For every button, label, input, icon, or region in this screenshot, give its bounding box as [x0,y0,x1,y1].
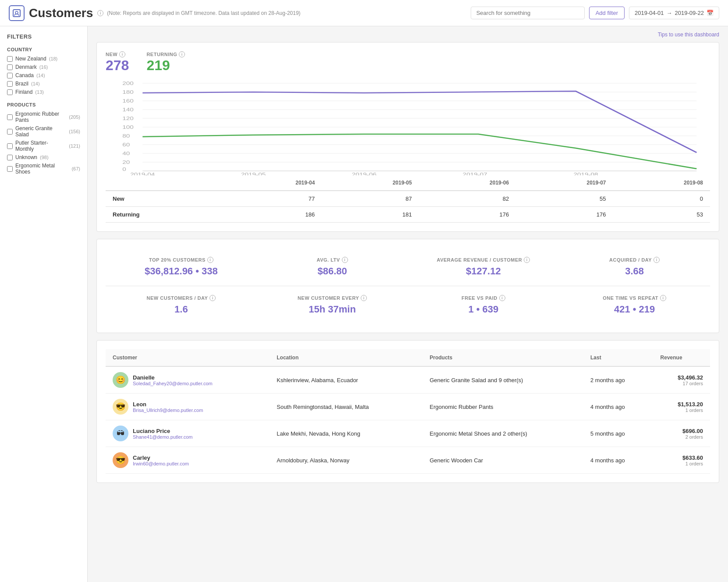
col-header-apr: 2019-04 [225,175,322,191]
info-icon[interactable]: i [97,10,103,16]
stats-card: TOP 20% CUSTOMERS i $36,812.96 • 338 AVG… [96,239,719,333]
country-filter-item[interactable]: New Zealand (18) [7,56,80,62]
stat-value: 3.68 [559,266,710,277]
customer-products: Ergonomic Rubber Pants [423,394,583,420]
add-filter-button[interactable]: Add filter [589,7,625,19]
stat-info-icon[interactable]: i [207,257,213,263]
products-section-title: PRODUCTS [7,102,80,107]
stat-info-icon[interactable]: i [524,257,530,263]
tips-link[interactable]: Tips to use this dashboard [96,32,719,38]
row-value: 87 [322,191,419,207]
customer-cell: 😎 Carley Irwin60@demo.putler.com [106,447,270,474]
svg-text:2019-07: 2019-07 [463,172,487,175]
stat-label: ACQUIRED / DAY i [559,257,710,263]
product-filter-item[interactable]: Generic Granite Salad (156) [7,125,80,138]
avatar: 😊 [113,372,128,388]
svg-text:160: 160 [122,99,134,104]
products-filters: Ergonomic Rubber Pants (205) Generic Gra… [7,111,80,175]
table-row: New778782550 [106,191,710,207]
customer-cell: 🕶 Luciano Price Shane41@demo.putler.com [106,420,270,447]
row-value: 0 [613,191,710,207]
sidebar: FILTERS COUNTRY New Zealand (18) Denmark… [0,26,88,582]
country-filter-item[interactable]: Brazil (14) [7,81,80,87]
product-filter-item[interactable]: Unknown (98) [7,154,80,160]
page-title: Customers [29,6,93,20]
customer-last: 2 months ago [583,366,653,394]
data-table: 2019-04 2019-05 2019-06 2019-07 2019-08 … [106,175,710,223]
country-filter-item[interactable]: Denmark (16) [7,64,80,70]
new-info-icon[interactable]: i [119,51,125,57]
country-filters: New Zealand (18) Denmark (16) Canada (14… [7,56,80,95]
stat-block: AVG. LTV i $86.80 [257,257,408,277]
col-header-aug: 2019-08 [613,175,710,191]
customer-cell: 😎 Leon Brisa_Ullrich9@demo.putler.com [106,394,270,420]
search-input[interactable] [471,7,585,19]
returning-value: 219 [146,57,185,74]
returning-info-icon[interactable]: i [179,51,185,57]
customers-col-header: Revenue [653,349,710,366]
stat-label: AVG. LTV i [257,257,408,263]
stats-row-1: TOP 20% CUSTOMERS i $36,812.96 • 338 AVG… [106,248,710,286]
stats-row-2: NEW CUSTOMERS / DAY i 1.6 NEW CUSTOMER E… [106,286,710,324]
customer-last: 4 months ago [583,447,653,474]
stat-info-icon[interactable]: i [210,295,216,301]
customer-name: Danielle [133,374,213,381]
svg-text:80: 80 [122,134,130,139]
header-note: (Note: Reports are displayed in GMT time… [107,10,300,16]
customer-email: Shane41@demo.putler.com [133,434,193,440]
customer-location: Kshlerinview, Alabama, Ecuador [270,366,423,394]
returning-label: RETURNING i [146,51,185,57]
date-to: 2019-09-22 [675,10,704,16]
row-value: 82 [419,191,516,207]
col-header-jun: 2019-06 [419,175,516,191]
stat-block: ACQUIRED / DAY i 3.68 [559,257,710,277]
new-metric: NEW i 278 [106,51,129,74]
stat-info-icon[interactable]: i [499,295,505,301]
svg-text:140: 140 [122,107,134,113]
country-section-title: COUNTRY [7,47,80,52]
row-label: New [106,191,225,207]
row-value: 181 [322,207,419,223]
stat-info-icon[interactable]: i [660,295,666,301]
product-filter-item[interactable]: Ergonomic Metal Shoes (67) [7,163,80,175]
table-row: Returning18618117617653 [106,207,710,223]
customer-name: Carley [133,454,189,461]
col-header-label [106,175,225,191]
svg-text:40: 40 [122,151,130,156]
new-value: 278 [106,57,129,74]
row-value: 176 [419,207,516,223]
stat-info-icon[interactable]: i [361,295,367,301]
svg-text:120: 120 [122,116,134,121]
customers-col-header: Products [423,349,583,366]
customers-card: CustomerLocationProductsLastRevenue 😊 Da… [96,340,719,483]
filters-title: FILTERS [7,33,80,40]
svg-text:2019-06: 2019-06 [352,172,376,175]
country-filter-item[interactable]: Finland (13) [7,89,80,95]
stat-label: AVERAGE REVENUE / CUSTOMER i [408,257,559,263]
svg-text:200: 200 [122,81,134,86]
customer-last: 5 months ago [583,420,653,447]
customer-location: Arnoldobury, Alaska, Norway [270,447,423,474]
customer-row: 🕶 Luciano Price Shane41@demo.putler.com … [106,420,710,447]
stat-info-icon[interactable]: i [342,257,348,263]
stat-value: $36,812.96 • 338 [106,266,257,277]
customer-email: Brisa_Ullrich9@demo.putler.com [133,408,203,413]
customer-row: 😎 Leon Brisa_Ullrich9@demo.putler.com So… [106,394,710,420]
customer-name: Luciano Price [133,428,193,434]
stat-label: NEW CUSTOMERS / DAY i [106,295,257,301]
col-header-may: 2019-05 [322,175,419,191]
date-range-picker[interactable]: 2019-04-01 → 2019-09-22 📅 [629,7,719,19]
customer-row: 😎 Carley Irwin60@demo.putler.com Arnoldo… [106,447,710,474]
date-separator: → [667,10,672,16]
row-value: 186 [225,207,322,223]
stat-value: 1.6 [106,304,257,315]
stat-info-icon[interactable]: i [653,257,660,263]
customer-products: Ergonomic Metal Shoes and 2 other(s) [423,420,583,447]
country-filter-item[interactable]: Canada (14) [7,72,80,78]
main-content: Tips to use this dashboard NEW i 278 RET… [88,26,728,582]
customer-revenue: $1,513.20 1 orders [653,394,710,420]
product-filter-item[interactable]: Ergonomic Rubber Pants (205) [7,111,80,123]
product-filter-item[interactable]: Putler Starter-Monthly (121) [7,140,80,152]
line-chart: 200 180 160 140 120 100 80 60 40 20 0 [106,79,710,175]
stat-block: TOP 20% CUSTOMERS i $36,812.96 • 338 [106,257,257,277]
